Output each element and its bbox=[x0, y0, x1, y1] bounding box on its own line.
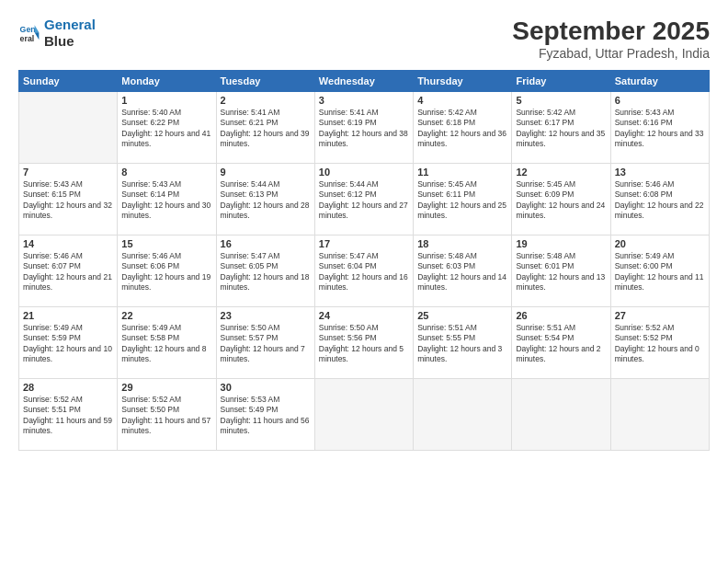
calendar-cell: 19Sunrise: 5:48 AMSunset: 6:01 PMDayligh… bbox=[512, 236, 610, 307]
day-info: Sunrise: 5:45 AMSunset: 6:11 PMDaylight:… bbox=[417, 179, 507, 222]
day-info: Sunrise: 5:43 AMSunset: 6:15 PMDaylight:… bbox=[23, 179, 113, 222]
title-block: September 2025 Fyzabad, Uttar Pradesh, I… bbox=[512, 17, 710, 61]
svg-text:eral: eral bbox=[20, 34, 35, 43]
day-number: 3 bbox=[319, 95, 409, 106]
day-info: Sunrise: 5:45 AMSunset: 6:09 PMDaylight:… bbox=[516, 179, 606, 222]
location-subtitle: Fyzabad, Uttar Pradesh, India bbox=[512, 46, 710, 61]
day-number: 8 bbox=[121, 167, 211, 178]
day-number: 13 bbox=[615, 167, 705, 178]
calendar-cell: 28Sunrise: 5:52 AMSunset: 5:51 PMDayligh… bbox=[19, 379, 118, 451]
day-info: Sunrise: 5:50 AMSunset: 5:57 PMDaylight:… bbox=[221, 323, 311, 365]
day-number: 30 bbox=[221, 382, 311, 393]
calendar-cell: 18Sunrise: 5:48 AMSunset: 6:03 PMDayligh… bbox=[414, 236, 512, 307]
calendar-cell bbox=[512, 379, 610, 451]
calendar-cell: 12Sunrise: 5:45 AMSunset: 6:09 PMDayligh… bbox=[512, 164, 610, 236]
calendar-week-4: 21Sunrise: 5:49 AMSunset: 5:59 PMDayligh… bbox=[19, 307, 710, 379]
calendar-week-5: 28Sunrise: 5:52 AMSunset: 5:51 PMDayligh… bbox=[19, 379, 710, 451]
day-info: Sunrise: 5:52 AMSunset: 5:51 PMDaylight:… bbox=[23, 395, 113, 437]
weekday-header-sunday: Sunday bbox=[19, 71, 118, 92]
calendar-cell: 4Sunrise: 5:42 AMSunset: 6:18 PMDaylight… bbox=[414, 92, 512, 164]
calendar-week-1: 1Sunrise: 5:40 AMSunset: 6:22 PMDaylight… bbox=[19, 92, 710, 164]
weekday-header-monday: Monday bbox=[118, 71, 216, 92]
day-number: 29 bbox=[121, 382, 211, 393]
day-info: Sunrise: 5:50 AMSunset: 5:56 PMDaylight:… bbox=[319, 323, 409, 365]
weekday-header-tuesday: Tuesday bbox=[216, 71, 314, 92]
calendar-cell: 11Sunrise: 5:45 AMSunset: 6:11 PMDayligh… bbox=[414, 164, 512, 236]
day-number: 19 bbox=[516, 238, 606, 249]
day-info: Sunrise: 5:46 AMSunset: 6:08 PMDaylight:… bbox=[615, 179, 705, 222]
day-number: 24 bbox=[319, 310, 409, 321]
day-number: 17 bbox=[319, 238, 409, 249]
calendar-table: SundayMondayTuesdayWednesdayThursdayFrid… bbox=[18, 70, 710, 451]
day-number: 21 bbox=[23, 310, 113, 321]
calendar-cell bbox=[610, 379, 709, 451]
calendar-cell: 17Sunrise: 5:47 AMSunset: 6:04 PMDayligh… bbox=[314, 236, 413, 307]
calendar-cell: 3Sunrise: 5:41 AMSunset: 6:19 PMDaylight… bbox=[314, 92, 413, 164]
calendar-cell: 8Sunrise: 5:43 AMSunset: 6:14 PMDaylight… bbox=[118, 164, 216, 236]
logo-text: General Blue bbox=[44, 17, 96, 50]
calendar-cell: 22Sunrise: 5:49 AMSunset: 5:58 PMDayligh… bbox=[118, 307, 216, 379]
weekday-header-thursday: Thursday bbox=[414, 71, 512, 92]
day-number: 12 bbox=[516, 167, 606, 178]
day-number: 15 bbox=[121, 238, 211, 249]
weekday-header-friday: Friday bbox=[512, 71, 610, 92]
calendar-cell: 16Sunrise: 5:47 AMSunset: 6:05 PMDayligh… bbox=[216, 236, 314, 307]
day-number: 20 bbox=[615, 238, 705, 249]
day-number: 28 bbox=[23, 382, 113, 393]
calendar-cell: 13Sunrise: 5:46 AMSunset: 6:08 PMDayligh… bbox=[610, 164, 709, 236]
month-title: September 2025 bbox=[512, 17, 710, 46]
calendar-header: SundayMondayTuesdayWednesdayThursdayFrid… bbox=[19, 71, 710, 92]
day-info: Sunrise: 5:53 AMSunset: 5:49 PMDaylight:… bbox=[221, 395, 311, 437]
day-number: 23 bbox=[221, 310, 311, 321]
calendar-cell bbox=[314, 379, 413, 451]
day-info: Sunrise: 5:40 AMSunset: 6:22 PMDaylight:… bbox=[121, 108, 211, 150]
logo-icon: Gen eral bbox=[18, 22, 40, 44]
calendar-cell: 7Sunrise: 5:43 AMSunset: 6:15 PMDaylight… bbox=[19, 164, 118, 236]
day-number: 1 bbox=[121, 95, 211, 106]
calendar-cell: 23Sunrise: 5:50 AMSunset: 5:57 PMDayligh… bbox=[216, 307, 314, 379]
day-info: Sunrise: 5:48 AMSunset: 6:03 PMDaylight:… bbox=[417, 251, 507, 293]
day-info: Sunrise: 5:42 AMSunset: 6:18 PMDaylight:… bbox=[417, 108, 507, 150]
calendar-cell: 29Sunrise: 5:52 AMSunset: 5:50 PMDayligh… bbox=[118, 379, 216, 451]
calendar-cell: 20Sunrise: 5:49 AMSunset: 6:00 PMDayligh… bbox=[610, 236, 709, 307]
day-number: 16 bbox=[221, 238, 311, 249]
day-info: Sunrise: 5:52 AMSunset: 5:50 PMDaylight:… bbox=[121, 395, 211, 437]
day-info: Sunrise: 5:49 AMSunset: 6:00 PMDaylight:… bbox=[615, 251, 705, 293]
calendar-cell: 14Sunrise: 5:46 AMSunset: 6:07 PMDayligh… bbox=[19, 236, 118, 307]
day-number: 11 bbox=[417, 167, 507, 178]
day-number: 6 bbox=[615, 95, 705, 106]
day-info: Sunrise: 5:44 AMSunset: 6:12 PMDaylight:… bbox=[319, 179, 409, 222]
day-number: 26 bbox=[516, 310, 606, 321]
day-info: Sunrise: 5:52 AMSunset: 5:52 PMDaylight:… bbox=[615, 323, 705, 365]
calendar-cell: 25Sunrise: 5:51 AMSunset: 5:55 PMDayligh… bbox=[414, 307, 512, 379]
day-number: 25 bbox=[417, 310, 507, 321]
calendar-week-2: 7Sunrise: 5:43 AMSunset: 6:15 PMDaylight… bbox=[19, 164, 710, 236]
day-number: 4 bbox=[417, 95, 507, 106]
day-info: Sunrise: 5:42 AMSunset: 6:17 PMDaylight:… bbox=[516, 108, 606, 150]
day-number: 2 bbox=[221, 95, 311, 106]
day-number: 14 bbox=[23, 238, 113, 249]
day-number: 22 bbox=[121, 310, 211, 321]
calendar-cell: 1Sunrise: 5:40 AMSunset: 6:22 PMDaylight… bbox=[118, 92, 216, 164]
day-info: Sunrise: 5:47 AMSunset: 6:04 PMDaylight:… bbox=[319, 251, 409, 293]
calendar-cell bbox=[414, 379, 512, 451]
day-info: Sunrise: 5:44 AMSunset: 6:13 PMDaylight:… bbox=[221, 179, 311, 222]
weekday-header-wednesday: Wednesday bbox=[314, 71, 413, 92]
svg-marker-2 bbox=[35, 25, 40, 32]
calendar-cell bbox=[19, 92, 118, 164]
logo-line1: General bbox=[44, 17, 96, 32]
calendar-cell: 9Sunrise: 5:44 AMSunset: 6:13 PMDaylight… bbox=[216, 164, 314, 236]
calendar-cell: 24Sunrise: 5:50 AMSunset: 5:56 PMDayligh… bbox=[314, 307, 413, 379]
day-info: Sunrise: 5:46 AMSunset: 6:06 PMDaylight:… bbox=[121, 251, 211, 293]
day-info: Sunrise: 5:51 AMSunset: 5:55 PMDaylight:… bbox=[417, 323, 507, 365]
day-number: 9 bbox=[221, 167, 311, 178]
calendar-cell: 21Sunrise: 5:49 AMSunset: 5:59 PMDayligh… bbox=[19, 307, 118, 379]
day-info: Sunrise: 5:49 AMSunset: 5:58 PMDaylight:… bbox=[121, 323, 211, 365]
calendar-week-3: 14Sunrise: 5:46 AMSunset: 6:07 PMDayligh… bbox=[19, 236, 710, 307]
day-info: Sunrise: 5:46 AMSunset: 6:07 PMDaylight:… bbox=[23, 251, 113, 293]
day-info: Sunrise: 5:41 AMSunset: 6:21 PMDaylight:… bbox=[221, 108, 311, 150]
day-info: Sunrise: 5:43 AMSunset: 6:16 PMDaylight:… bbox=[615, 108, 705, 150]
day-number: 27 bbox=[615, 310, 705, 321]
day-number: 18 bbox=[417, 238, 507, 249]
day-info: Sunrise: 5:48 AMSunset: 6:01 PMDaylight:… bbox=[516, 251, 606, 293]
